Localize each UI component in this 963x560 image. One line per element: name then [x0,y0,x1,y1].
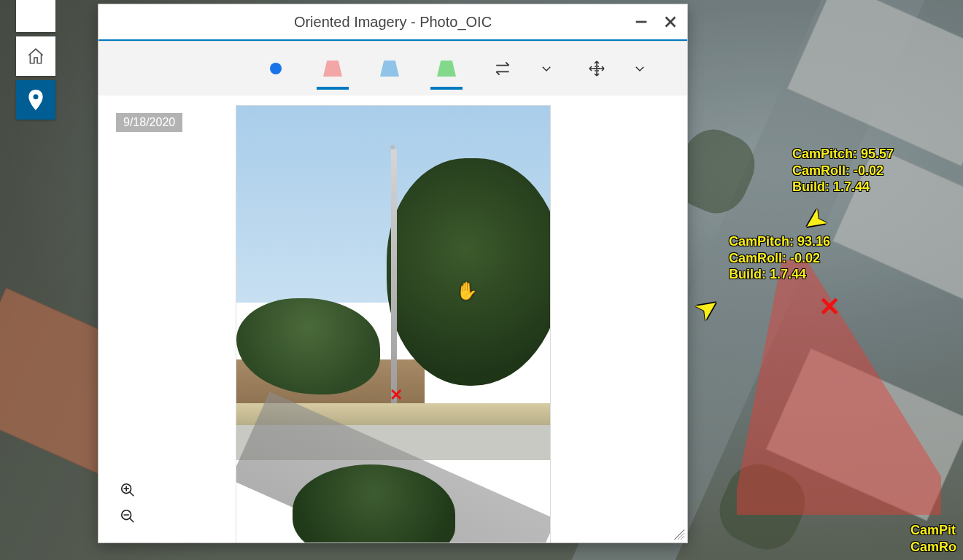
map-target-x-icon: ✕ [819,292,840,322]
home-icon [26,47,45,66]
camera-metadata-label: CamPitch: 95.57 CamRoll: -0.02 Build: 1.… [792,146,894,195]
hand-cursor-icon: ✋ [456,281,478,301]
camera-metadata-label-partial: CamPit CamRo [910,522,956,555]
photo-target-x-icon: ✕ [390,386,403,405]
map-pin-icon [28,90,44,110]
close-icon [662,14,678,30]
swap-tool[interactable] [483,47,524,90]
zoom-in-icon [120,482,136,498]
move-dropdown[interactable] [633,62,654,75]
point-icon [270,63,282,74]
sidebar-blank-button[interactable] [16,0,55,32]
svg-line-5 [130,492,134,497]
oriented-imagery-panel: Oriented Imagery - Photo_OIC [98,4,687,542]
photo-tree [387,158,550,386]
panel-titlebar[interactable]: Oriented Imagery - Photo_OIC [98,4,687,41]
swap-icon [494,61,513,77]
zoom-out-icon [120,508,136,524]
left-sidebar [16,0,55,124]
camera-metadata-label: CamPitch: 93.16 CamRoll: -0.02 Build: 1.… [729,233,830,283]
oriented-photo[interactable]: ✕ ✋ [236,106,550,542]
zoom-out-button[interactable] [117,506,138,526]
home-button[interactable] [16,36,55,76]
minimize-button[interactable] [629,9,654,34]
point-tool[interactable] [255,47,296,90]
photo-light-pole [391,149,397,403]
swap-dropdown[interactable] [540,62,560,75]
move-tool[interactable] [576,47,617,90]
viewer-toolbar [98,41,687,96]
move-icon [588,60,606,77]
resize-grip[interactable] [674,529,684,540]
svg-line-9 [130,518,134,523]
frustum-blue-icon [380,61,399,77]
chevron-down-icon [540,62,553,75]
zoom-in-button[interactable] [117,480,138,500]
image-viewer[interactable]: 9/18/2020 ✕ ✋ [98,96,687,542]
frustum-green-icon [437,61,456,77]
coverage-frustum-tool[interactable] [312,47,353,90]
close-button[interactable] [658,9,683,34]
frustum-pink-icon [323,61,342,77]
minimize-icon [633,14,649,30]
additional-frustum-tool[interactable] [426,47,467,90]
image-date-badge: 9/18/2020 [116,113,182,132]
oriented-imagery-button[interactable] [16,80,55,120]
zoom-tools [117,480,138,526]
similar-frustum-tool[interactable] [369,47,410,90]
chevron-down-icon [633,62,646,75]
panel-title: Oriented Imagery - Photo_OIC [294,14,492,31]
photo-light-head [390,145,395,149]
